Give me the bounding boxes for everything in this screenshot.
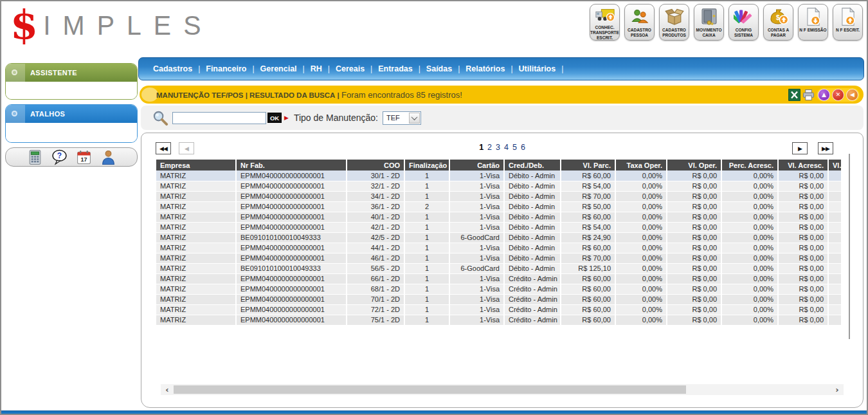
cell-taxa-oper: 0,00% [615, 191, 667, 201]
column-header-vl-acresc[interactable]: Vl. Acresc. [778, 160, 828, 171]
table-row[interactable]: MATRIZBE09101010001004933356/5 - 2D16-Go… [156, 263, 841, 273]
column-header-vl-parc[interactable]: Vl. Parc. [561, 160, 615, 171]
calendar-icon[interactable]: 17 [76, 149, 92, 165]
search-ok-button[interactable]: OK [267, 113, 282, 123]
toolbar-button-conhec-transporte-escrit[interactable]: CONHEC. TRANSPORTE ESCRIT. [590, 4, 620, 41]
column-header-nr-fab[interactable]: Nr Fab. [236, 160, 347, 171]
table-row[interactable]: MATRIZEPMM040000000000000130/1 - 2D11-Vi… [156, 171, 841, 181]
cell-cart-o: 1-Visa [449, 253, 504, 263]
toolbar-button-cadastro-pessoa[interactable]: CADASTRO PESSOA [624, 4, 655, 41]
search-input[interactable] [172, 112, 266, 124]
page-number-6[interactable]: 6 [521, 143, 525, 152]
table-row[interactable]: MATRIZEPMM040000000000000170/1 - 2D11-Vi… [156, 294, 841, 304]
excel-export-icon[interactable] [788, 89, 800, 101]
maintenance-type-select[interactable]: TEF [383, 111, 421, 125]
cell-cart-o: 1-Visa [449, 284, 504, 294]
next-page-button[interactable]: ▶ [792, 142, 808, 154]
column-header-vl-oper[interactable]: Vl. Oper. [667, 160, 721, 171]
scrollbar-thumb[interactable] [174, 385, 686, 394]
page-number-3[interactable]: 3 [496, 143, 500, 152]
page-number-5[interactable]: 5 [512, 143, 517, 152]
scroll-right-icon[interactable]: › [831, 384, 844, 395]
maintenance-type-label: Tipo de Manutenção: [294, 113, 378, 123]
page-number-2[interactable]: 2 [487, 143, 492, 152]
column-header-cred-deb[interactable]: Cred./Deb. [504, 160, 561, 171]
menu-item-entradas[interactable]: Entradas [378, 64, 413, 73]
cell-vl-oper: R$ 0,00 [667, 232, 721, 243]
back-button[interactable]: ◀ [846, 89, 858, 101]
red-arrow-icon: ▶ [284, 115, 289, 121]
cell-vl-acresc: R$ 0,00 [778, 181, 828, 191]
toolbar-button-n-f-escrit[interactable]: N F ESCRIT. [833, 4, 863, 41]
menu-item-relat-rios[interactable]: Relatórios [466, 64, 505, 73]
menu-bar: Cadastros|Financeiro|Gerencial|RH|Cereai… [138, 57, 864, 80]
scroll-left-icon[interactable]: ‹ [161, 384, 174, 395]
menu-item-financeiro[interactable]: Financeiro [206, 64, 246, 73]
menu-item-sa-das[interactable]: Saídas [426, 64, 452, 73]
cell-vl-acresc: R$ 0,00 [778, 315, 828, 325]
calculator-icon[interactable] [27, 149, 43, 165]
cell-finaliza-o: 1 [404, 181, 449, 191]
cell-empresa: MATRIZ [156, 284, 236, 294]
toolbar-button-label: CADASTRO PRODUTOS [660, 28, 689, 38]
cell-vl-parc: R$ 60,00 [561, 304, 615, 315]
vertical-scrollbar[interactable] [849, 154, 850, 339]
table-row[interactable]: MATRIZEPMM040000000000000142/1 - 2D11-Vi… [156, 222, 841, 232]
table-row[interactable]: MATRIZEPMM040000000000000140/1 - 2D11-Vi… [156, 212, 841, 222]
page-number-1[interactable]: 1 [479, 143, 484, 152]
atalhos-header[interactable]: ATALHOS [6, 105, 137, 123]
help-icon[interactable]: ? [51, 149, 68, 165]
page-number-4[interactable]: 4 [504, 143, 509, 152]
cell-perc-acresc: 0,00% [721, 284, 778, 294]
cell-cart-o: 1-Visa [449, 273, 504, 284]
print-icon[interactable] [802, 89, 815, 101]
cell-taxa-oper: 0,00% [615, 304, 667, 315]
cell-coo: 42/5 - 2D [347, 232, 404, 243]
column-header-finaliza-o[interactable]: Finalização [404, 160, 449, 171]
table-row[interactable]: MATRIZEPMM040000000000000175/1 - 2D11-Vi… [156, 315, 841, 325]
scroll-top-button[interactable]: ▲ [818, 89, 830, 101]
column-header-taxa-oper[interactable]: Taxa Oper. [615, 160, 667, 171]
column-header-vl[interactable]: Vl. [828, 160, 841, 171]
assistente-panel[interactable]: ASSISTENTE [5, 63, 138, 100]
cell-perc-acresc: 0,00% [721, 222, 778, 232]
toolbar-button-config-sistema[interactable]: CONFIG SISTEMA [728, 4, 759, 41]
toolbar-button-n-f-emiss-o[interactable]: N F EMISSÃO [798, 4, 828, 41]
user-icon[interactable] [100, 149, 116, 165]
table-row[interactable]: MATRIZEPMM040000000000000166/1 - 2D11-Vi… [156, 273, 841, 284]
cell-taxa-oper: 0,00% [615, 212, 667, 222]
menu-item-gerencial[interactable]: Gerencial [260, 64, 297, 73]
toolbar-button-contas-a-pagar[interactable]: $CONTAS A PAGAR [763, 4, 793, 41]
status-actions: ▲ ✕ ◀ [788, 88, 863, 102]
cell-vl [828, 191, 841, 201]
table-row[interactable]: MATRIZEPMM040000000000000168/1 - 2D11-Vi… [156, 284, 841, 294]
toolbar-button-cadastro-produtos[interactable]: CADASTRO PRODUTOS [659, 4, 689, 41]
table-row[interactable]: MATRIZEPMM040000000000000132/1 - 2D11-Vi… [156, 181, 841, 191]
column-header-perc-acresc[interactable]: Perc. Acresc. [721, 160, 778, 171]
menu-item-utilit-rios[interactable]: Utilitários [519, 64, 556, 73]
close-button[interactable]: ✕ [832, 89, 844, 101]
column-header-empresa[interactable]: Empresa [156, 160, 236, 171]
scrollbar-track[interactable] [174, 385, 831, 394]
menu-item-cadastros[interactable]: Cadastros [153, 64, 192, 73]
atalhos-panel[interactable]: ATALHOS [5, 104, 138, 143]
table-row[interactable]: MATRIZEPMM040000000000000144/1 - 2D11-Vi… [156, 243, 841, 253]
cell-nr-fab: EPMM0400000000000001 [236, 304, 347, 315]
last-page-button[interactable]: ▶▶ [818, 142, 833, 154]
cell-empresa: MATRIZ [156, 181, 236, 191]
column-header-coo[interactable]: COO [347, 160, 404, 171]
application-window: $ IMPLES CONHEC. TRANSPORTE ESCRIT.CADAS… [0, 0, 868, 415]
status-bar: MANUTENÇÃO TEF/POS | RESULTADO DA BUSCA … [140, 86, 863, 104]
cell-finaliza-o: 1 [404, 284, 449, 294]
table-row[interactable]: MATRIZEPMM040000000000000134/1 - 2D11-Vi… [156, 191, 841, 201]
menu-item-rh[interactable]: RH [311, 64, 322, 73]
toolbar-button-movimento-caixa[interactable]: MOVIMENTO CAIXA [694, 4, 724, 41]
table-row[interactable]: MATRIZEPMM040000000000000136/1 - 2D21-Vi… [156, 201, 841, 212]
menu-item-cereais[interactable]: Cereais [336, 64, 365, 73]
column-header-cart-o[interactable]: Cartão [449, 160, 504, 171]
cell-cred-deb: Débito - Admin [504, 181, 561, 191]
assistente-header[interactable]: ASSISTENTE [6, 64, 137, 82]
table-row[interactable]: MATRIZEPMM040000000000000172/1 - 2D11-Vi… [156, 304, 841, 315]
table-row[interactable]: MATRIZBE09101010001004933342/5 - 2D16-Go… [156, 232, 841, 243]
table-row[interactable]: MATRIZEPMM040000000000000146/1 - 2D11-Vi… [156, 253, 841, 263]
